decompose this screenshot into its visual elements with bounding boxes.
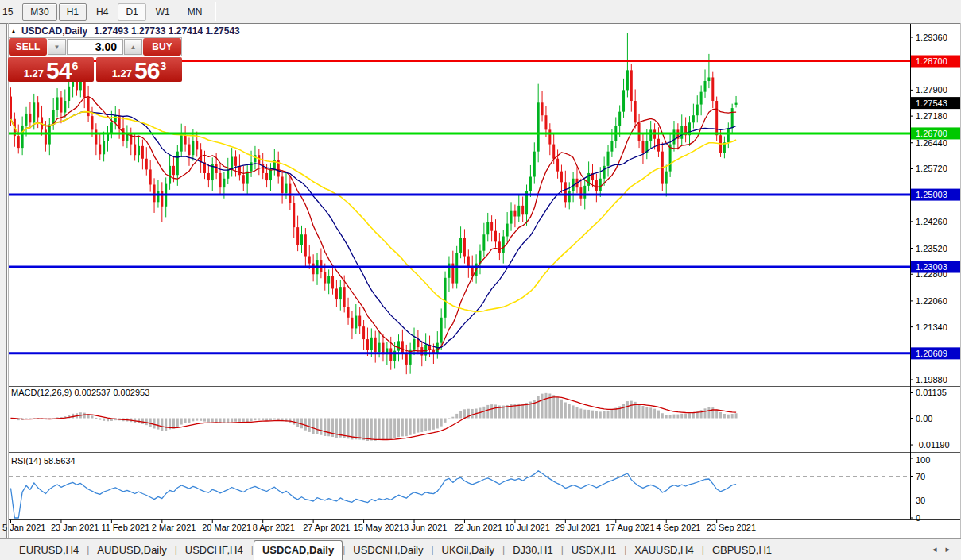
candle-body: [219, 173, 222, 187]
macd-histogram-bar: [544, 393, 547, 419]
rsi-scale-label: 100: [916, 455, 930, 465]
date-label[interactable]: 2 Mar 2021: [152, 523, 196, 532]
macd-histogram-bar: [196, 419, 198, 421]
macd-histogram-bar: [397, 419, 400, 438]
timeframe-toolbar: 15M30H1H4D1W1MN: [0, 0, 961, 23]
chart-tab-ukoildaily[interactable]: UKOil,Daily: [434, 541, 502, 560]
candle-body: [99, 145, 101, 155]
macd-histogram-bar: [192, 419, 194, 422]
chart-tab-dj30h1[interactable]: DJ30,H1: [505, 541, 561, 560]
macd-histogram-bar: [688, 413, 691, 418]
date-label[interactable]: 10 Jul 2021: [505, 523, 550, 532]
macd-histogram-bar: [568, 404, 571, 418]
candle-body: [622, 90, 625, 111]
chart-tab-usdcnhdaily[interactable]: USDCNH,Daily: [345, 541, 431, 560]
macd-histogram-bar: [138, 419, 140, 423]
macd-histogram-bar: [622, 404, 625, 418]
macd-histogram-bar: [184, 419, 187, 423]
chart-tab-usdcaddaily[interactable]: USDCAD,Daily: [254, 540, 343, 560]
date-label[interactable]: 23 Sep 2021: [707, 523, 756, 532]
chart-tab-audusddaily[interactable]: AUDUSD,Daily: [89, 541, 174, 560]
date-label[interactable]: 22 Jun 2021: [454, 523, 502, 532]
ask-price-big: 56: [134, 60, 159, 81]
date-label[interactable]: 23 Jan 2021: [51, 523, 99, 532]
chart-tab-usdchfh4[interactable]: USDCHF,H4: [177, 541, 251, 560]
macd-histogram-bar: [242, 419, 245, 423]
macd-histogram-bar: [537, 396, 540, 418]
candle-body: [172, 166, 175, 175]
buy-button[interactable]: BUY: [143, 38, 181, 56]
chart-tab-eurusdh4[interactable]: EURUSD,H4: [11, 541, 87, 560]
candle-body: [300, 234, 303, 245]
candle-body: [626, 70, 629, 90]
date-label[interactable]: 15 May 2021: [354, 523, 405, 532]
candle-body: [696, 105, 699, 116]
date-label[interactable]: 4 Sep 2021: [656, 523, 700, 532]
date-label[interactable]: 29 Jul 2021: [555, 523, 600, 532]
timeframe-button-15[interactable]: 15: [0, 3, 21, 21]
macd-histogram-bar: [719, 412, 722, 419]
candle-body: [599, 179, 602, 191]
candle-body: [234, 156, 237, 165]
candle-body: [215, 164, 218, 173]
candle-body: [665, 172, 668, 184]
candle-body: [312, 264, 315, 275]
timeframe-button-h1[interactable]: H1: [59, 3, 87, 21]
volume-increase-icon[interactable]: ▲: [124, 39, 142, 55]
date-label[interactable]: 11 Feb 2021: [101, 523, 149, 532]
macd-histogram-bar: [238, 419, 241, 422]
chart-background: [0, 23, 961, 538]
ask-price-panel[interactable]: 1.27 56 3: [96, 57, 182, 82]
chart-tab-xauusdh4[interactable]: XAUUSD,H4: [626, 541, 701, 560]
candle-body: [517, 206, 520, 217]
macd-histogram-bar: [289, 419, 291, 423]
macd-histogram-bar: [258, 419, 260, 420]
candle-body: [529, 176, 532, 191]
chart-tab-gbpusdh1[interactable]: GBPUSD,H1: [704, 541, 780, 560]
timeframe-button-mn[interactable]: MN: [180, 3, 211, 21]
date-label[interactable]: 8 Apr 2021: [253, 523, 295, 532]
bid-price-panel[interactable]: 1.27 54 6: [8, 57, 94, 82]
candle-body: [83, 79, 86, 98]
date-label[interactable]: 27 Apr 2021: [303, 523, 350, 532]
macd-histogram-bar: [393, 419, 396, 438]
macd-histogram-bar: [591, 411, 594, 419]
macd-histogram-bar: [358, 419, 361, 440]
timeframe-button-w1[interactable]: W1: [148, 3, 178, 21]
date-label[interactable]: 3 Jun 2021: [404, 523, 447, 532]
candle-body: [223, 179, 225, 187]
macd-histogram-bar: [324, 419, 326, 436]
chart-tab-usdxh1[interactable]: USDX,H1: [564, 541, 624, 560]
collapse-icon[interactable]: ▲: [10, 28, 17, 35]
volume-input[interactable]: 3.00: [67, 39, 123, 55]
candle-body: [192, 141, 194, 155]
volume-decrease-icon[interactable]: ▼: [48, 39, 66, 55]
macd-histogram-bar: [451, 417, 454, 419]
candle-body: [331, 276, 334, 289]
macd-histogram-bar: [626, 401, 629, 418]
candle-body: [715, 101, 718, 135]
sell-button[interactable]: SELL: [9, 38, 47, 56]
macd-histogram-bar: [180, 419, 183, 425]
trading-terminal: 15M30H1H4D1W1MN 1.293601.279001.271801.2…: [0, 0, 961, 560]
macd-histogram-bar: [579, 409, 582, 419]
macd-histogram-bar: [599, 411, 602, 418]
timeframe-button-d1[interactable]: D1: [118, 3, 145, 21]
macd-scale-label: -0.01190: [916, 440, 950, 450]
price-chart[interactable]: 1.293601.279001.271801.264401.257201.242…: [0, 0, 961, 560]
candle-body: [347, 307, 350, 318]
macd-histogram-bar: [269, 419, 272, 421]
macd-histogram-bar: [107, 419, 109, 422]
macd-histogram-bar: [603, 411, 606, 418]
macd-histogram-bar: [382, 419, 384, 440]
macd-histogram-bar: [448, 419, 450, 419]
date-label[interactable]: 17 Aug 2021: [606, 523, 655, 532]
date-label[interactable]: 5 Jan 2021: [2, 523, 45, 532]
candle-body: [405, 353, 408, 365]
timeframe-button-m30[interactable]: M30: [22, 3, 56, 21]
macd-histogram-bar: [711, 407, 714, 418]
date-label[interactable]: 20 Mar 2021: [202, 523, 251, 532]
macd-histogram-bar: [161, 419, 163, 431]
timeframe-button-h4[interactable]: H4: [88, 3, 116, 21]
tab-scroll-arrows[interactable]: ◂ ▸: [932, 544, 961, 554]
